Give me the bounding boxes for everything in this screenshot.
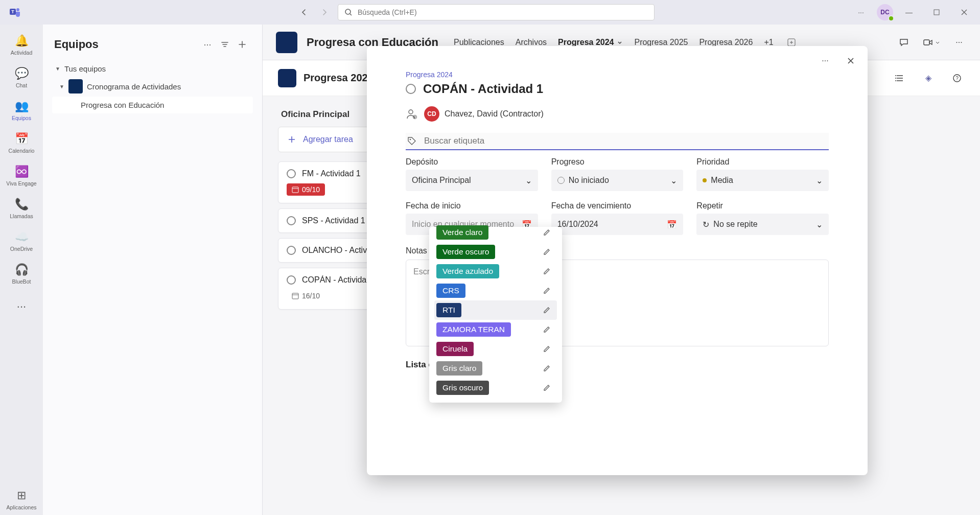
repeat-select[interactable]: ↻No se repite⌄ bbox=[696, 214, 829, 235]
team-row[interactable]: ▼Cronograma de Actividades bbox=[52, 76, 253, 97]
chat-icon: 💬 bbox=[15, 67, 29, 80]
bucket-select[interactable]: Oficina Principal⌄ bbox=[406, 170, 538, 191]
nav-back-button[interactable] bbox=[296, 4, 312, 20]
pencil-icon[interactable] bbox=[543, 307, 555, 314]
complete-radio[interactable] bbox=[287, 275, 296, 285]
calendar-icon bbox=[292, 186, 299, 193]
svg-point-16 bbox=[410, 139, 411, 141]
people-icon: 👥 bbox=[15, 100, 29, 113]
complete-radio[interactable] bbox=[406, 84, 416, 94]
tag-option[interactable]: Verde oscuro bbox=[434, 242, 557, 262]
complete-radio[interactable] bbox=[287, 216, 296, 225]
calendar-icon: 📅 bbox=[15, 132, 29, 146]
premium-button[interactable]: ◈ bbox=[921, 71, 936, 86]
conversation-button[interactable] bbox=[896, 35, 912, 50]
dialog-breadcrumb[interactable]: Progresa 2024 bbox=[406, 71, 829, 79]
assign-icon[interactable] bbox=[406, 108, 418, 120]
task-title[interactable]: COPÁN - Actividad 1 bbox=[423, 82, 543, 96]
rail-viva-engage[interactable]: ♾️Viva Engage bbox=[3, 160, 40, 191]
svg-point-8 bbox=[895, 78, 896, 79]
bot-icon: 🎧 bbox=[15, 263, 29, 276]
window-minimize-button[interactable]: ― bbox=[897, 4, 921, 20]
settings-more-button[interactable]: ··· bbox=[849, 4, 873, 20]
tag-option[interactable]: Ciruela bbox=[434, 339, 557, 359]
channel-row[interactable]: Progresa con Educación bbox=[52, 97, 253, 113]
chevron-down-icon: ⌄ bbox=[670, 176, 677, 185]
rail-label: Llamadas bbox=[10, 213, 33, 219]
rail-teams[interactable]: 👥Equipos bbox=[3, 95, 40, 126]
chevron-down-icon: ▼ bbox=[55, 66, 60, 72]
user-avatar[interactable]: DC bbox=[877, 4, 893, 20]
teams-more-button[interactable]: ··· bbox=[199, 36, 216, 53]
user-initials: DC bbox=[880, 9, 889, 16]
tag-option[interactable]: Gris oscuro bbox=[434, 378, 557, 397]
card-title: FM - Actividad 1 bbox=[302, 169, 361, 178]
pencil-icon[interactable] bbox=[543, 384, 555, 392]
tag-chip: RTI bbox=[436, 303, 461, 317]
rail-apps[interactable]: ⊞Aplicaciones bbox=[3, 484, 40, 515]
repeat-label: Repetir bbox=[696, 201, 829, 210]
assignee-avatar: CD bbox=[424, 106, 439, 122]
your-teams-header[interactable]: ▼Tus equipos bbox=[52, 61, 253, 76]
cloud-icon: ☁️ bbox=[15, 230, 29, 244]
svg-point-9 bbox=[895, 80, 896, 81]
team-avatar-icon bbox=[68, 79, 83, 93]
svg-text:T: T bbox=[11, 9, 14, 14]
tab-label: Progresa 2025 bbox=[634, 38, 688, 47]
svg-text:?: ? bbox=[955, 76, 959, 81]
due-date-field[interactable]: 16/10/2024📅 bbox=[551, 214, 684, 235]
tag-option[interactable]: Verde claro bbox=[434, 223, 557, 242]
chevron-down-icon bbox=[935, 40, 940, 45]
assignee-chip[interactable]: CD Chavez, David (Contractor) bbox=[424, 106, 544, 122]
help-button[interactable]: ? bbox=[949, 71, 965, 86]
dialog-close-button[interactable] bbox=[843, 53, 858, 68]
rail-onedrive[interactable]: ☁️OneDrive bbox=[3, 226, 40, 256]
svg-rect-12 bbox=[292, 187, 298, 193]
rail-more-button[interactable]: ··· bbox=[3, 291, 40, 322]
pencil-icon[interactable] bbox=[543, 248, 555, 256]
pencil-icon[interactable] bbox=[543, 229, 555, 237]
progress-select[interactable]: No iniciado⌄ bbox=[551, 170, 684, 191]
nav-fwd-button[interactable] bbox=[316, 4, 333, 20]
search-input[interactable] bbox=[358, 8, 648, 16]
tag-chip: Verde azulado bbox=[436, 264, 499, 278]
dialog-more-button[interactable]: ··· bbox=[818, 53, 833, 68]
svg-point-14 bbox=[409, 110, 413, 114]
tag-icon bbox=[407, 136, 417, 146]
rail-bluebot[interactable]: 🎧BlueBot bbox=[3, 259, 40, 289]
tag-input[interactable] bbox=[424, 136, 828, 146]
tag-search[interactable] bbox=[406, 133, 829, 150]
start-label: Fecha de inicio bbox=[406, 201, 538, 210]
window-close-button[interactable] bbox=[952, 4, 976, 20]
complete-radio[interactable] bbox=[287, 169, 296, 178]
pencil-icon[interactable] bbox=[543, 287, 555, 295]
team-name: Cronograma de Actividades bbox=[87, 82, 181, 91]
tag-option[interactable]: CRS bbox=[434, 281, 557, 300]
tag-option[interactable]: Gris claro bbox=[434, 359, 557, 378]
rail-chat[interactable]: 💬Chat bbox=[3, 62, 40, 93]
teams-add-button[interactable] bbox=[234, 36, 251, 53]
search-box[interactable] bbox=[338, 4, 655, 20]
rail-calendar[interactable]: 📅Calendario bbox=[3, 128, 40, 158]
list-view-button[interactable] bbox=[892, 71, 907, 86]
tag-chip: Gris oscuro bbox=[436, 381, 489, 395]
window-maximize-button[interactable] bbox=[925, 4, 948, 20]
rail-activity[interactable]: 🔔Actividad bbox=[3, 30, 40, 60]
tab-label: +1 bbox=[764, 38, 773, 47]
pencil-icon[interactable] bbox=[543, 326, 555, 334]
pencil-icon[interactable] bbox=[543, 365, 555, 372]
due-label: Fecha de vencimiento bbox=[551, 201, 684, 210]
meet-button[interactable] bbox=[923, 35, 940, 50]
channel-more-button[interactable]: ··· bbox=[951, 35, 967, 50]
assignee-name: Chavez, David (Contractor) bbox=[445, 109, 544, 119]
tag-option[interactable]: ZAMORA TERAN bbox=[434, 320, 557, 339]
rail-calls[interactable]: 📞Llamadas bbox=[3, 193, 40, 224]
teams-filter-button[interactable] bbox=[216, 36, 234, 53]
pencil-icon[interactable] bbox=[543, 268, 555, 275]
chevron-down-icon bbox=[617, 39, 623, 45]
tag-option[interactable]: RTI bbox=[434, 300, 557, 320]
complete-radio[interactable] bbox=[287, 246, 296, 255]
tag-option[interactable]: Verde azulado bbox=[434, 262, 557, 281]
priority-select[interactable]: Media⌄ bbox=[696, 170, 829, 191]
pencil-icon[interactable] bbox=[543, 345, 555, 353]
